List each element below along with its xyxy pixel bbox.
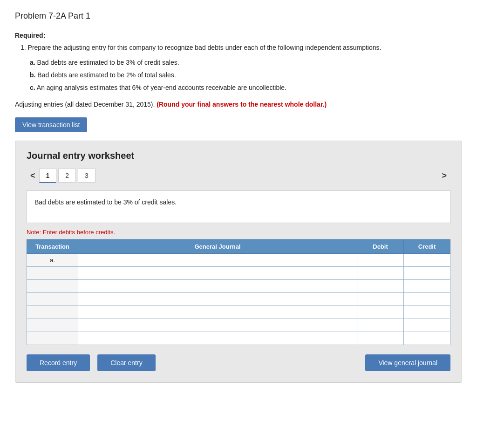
row2-debit-cell [357, 266, 404, 279]
sub-item-b-text: Bad debts are estimated to be 2% of tota… [37, 71, 176, 79]
row6-general-journal-cell [78, 319, 357, 332]
table-row [27, 279, 450, 292]
col-header-transaction: Transaction [27, 239, 78, 253]
row4-general-journal-input[interactable] [78, 293, 357, 305]
adjusting-note-red: (Round your final answers to the nearest… [157, 101, 327, 108]
item1-text: Prepare the adjusting entry for this com… [28, 44, 382, 51]
adjusting-note: Adjusting entries (all dated December 31… [15, 99, 462, 109]
row1-general-journal-input[interactable] [78, 254, 357, 266]
row7-general-journal-input[interactable] [78, 332, 357, 345]
row1-debit-input[interactable] [357, 254, 403, 266]
row5-credit-cell [404, 305, 450, 319]
row5-transaction [27, 305, 78, 319]
sub-item-c-letter: c. [30, 84, 35, 91]
row4-debit-input[interactable] [357, 293, 403, 305]
row4-debit-cell [357, 292, 404, 305]
row1-credit-cell [404, 253, 450, 266]
sub-item-a-text: Bad debts are estimated to be 3% of cred… [37, 59, 179, 66]
row1-credit-input[interactable] [404, 254, 450, 266]
row6-credit-cell [404, 319, 450, 332]
journal-table: Transaction General Journal Debit Credit… [27, 239, 450, 345]
table-row [27, 319, 450, 332]
sub-items: a. Bad debts are estimated to be 3% of c… [30, 57, 462, 94]
row3-credit-input[interactable] [404, 280, 450, 292]
page-title: Problem 7-2A Part 1 [15, 11, 462, 21]
row5-credit-input[interactable] [404, 306, 450, 319]
row3-debit-cell [357, 279, 404, 292]
action-buttons-row: Record entry Clear entry View general jo… [27, 354, 450, 371]
row5-debit-cell [357, 305, 404, 319]
row7-general-journal-cell [78, 332, 357, 345]
row6-credit-input[interactable] [404, 319, 450, 332]
sub-item-b-letter: b. [30, 71, 35, 79]
row2-credit-cell [404, 266, 450, 279]
row2-general-journal-input[interactable] [78, 267, 357, 279]
sub-item-a: a. Bad debts are estimated to be 3% of c… [30, 57, 462, 68]
note-text: Note: Enter debits before credits. [27, 229, 450, 236]
row4-general-journal-cell [78, 292, 357, 305]
row7-transaction [27, 332, 78, 345]
row4-transaction [27, 292, 78, 305]
table-row [27, 292, 450, 305]
row1-general-journal-cell [78, 253, 357, 266]
table-row [27, 305, 450, 319]
view-transaction-list-button[interactable]: View transaction list [15, 117, 87, 132]
row7-debit-input[interactable] [357, 332, 403, 345]
worksheet-container: Journal entry worksheet < 1 2 3 > Bad de… [15, 141, 462, 383]
row6-transaction [27, 319, 78, 332]
sub-item-c-text: An aging analysis estimates that 6% of y… [37, 84, 286, 91]
row5-general-journal-input[interactable] [78, 306, 357, 319]
row1-transaction: a. [27, 253, 78, 266]
row3-credit-cell [404, 279, 450, 292]
tab-1[interactable]: 1 [39, 169, 57, 183]
row6-debit-cell [357, 319, 404, 332]
tab-navigation: < 1 2 3 > [27, 169, 450, 183]
instructions-section: Required: 1. Prepare the adjusting entry… [15, 30, 462, 110]
row1-debit-cell [357, 253, 404, 266]
view-general-journal-button[interactable]: View general journal [365, 354, 450, 371]
row2-general-journal-cell [78, 266, 357, 279]
col-header-debit: Debit [357, 239, 404, 253]
tab-3[interactable]: 3 [78, 169, 95, 183]
col-header-general-journal: General Journal [78, 239, 357, 253]
row5-general-journal-cell [78, 305, 357, 319]
tab-next-arrow[interactable]: > [438, 169, 450, 183]
table-row [27, 266, 450, 279]
required-label: Required: [15, 30, 462, 41]
row6-debit-input[interactable] [357, 319, 403, 332]
description-box: Bad debts are estimated to be 3% of cred… [27, 190, 450, 223]
row3-general-journal-input[interactable] [78, 280, 357, 292]
row7-credit-cell [404, 332, 450, 345]
row7-debit-cell [357, 332, 404, 345]
item1-number: 1. [20, 44, 26, 51]
row2-debit-input[interactable] [357, 267, 403, 279]
item1: 1. Prepare the adjusting entry for this … [20, 42, 462, 53]
sub-item-c: c. An aging analysis estimates that 6% o… [30, 82, 462, 94]
adjusting-note-prefix: Adjusting entries (all dated December 31… [15, 101, 157, 108]
row2-credit-input[interactable] [404, 267, 450, 279]
col-header-credit: Credit [404, 239, 450, 253]
tab-prev-arrow[interactable]: < [27, 169, 39, 183]
row4-credit-input[interactable] [404, 293, 450, 305]
table-row [27, 332, 450, 345]
worksheet-title: Journal entry worksheet [27, 150, 450, 161]
row4-credit-cell [404, 292, 450, 305]
row6-general-journal-input[interactable] [78, 319, 357, 332]
sub-item-a-letter: a. [30, 59, 35, 66]
row3-debit-input[interactable] [357, 280, 403, 292]
record-entry-button[interactable]: Record entry [27, 354, 90, 371]
clear-entry-button[interactable]: Clear entry [97, 354, 155, 371]
row3-transaction [27, 279, 78, 292]
sub-item-b: b. Bad debts are estimated to be 2% of t… [30, 69, 462, 81]
row7-credit-input[interactable] [404, 332, 450, 345]
description-text: Bad debts are estimated to be 3% of cred… [34, 198, 177, 206]
row2-transaction [27, 266, 78, 279]
row5-debit-input[interactable] [357, 306, 403, 319]
row3-general-journal-cell [78, 279, 357, 292]
tab-2[interactable]: 2 [58, 169, 76, 183]
table-row: a. [27, 253, 450, 266]
